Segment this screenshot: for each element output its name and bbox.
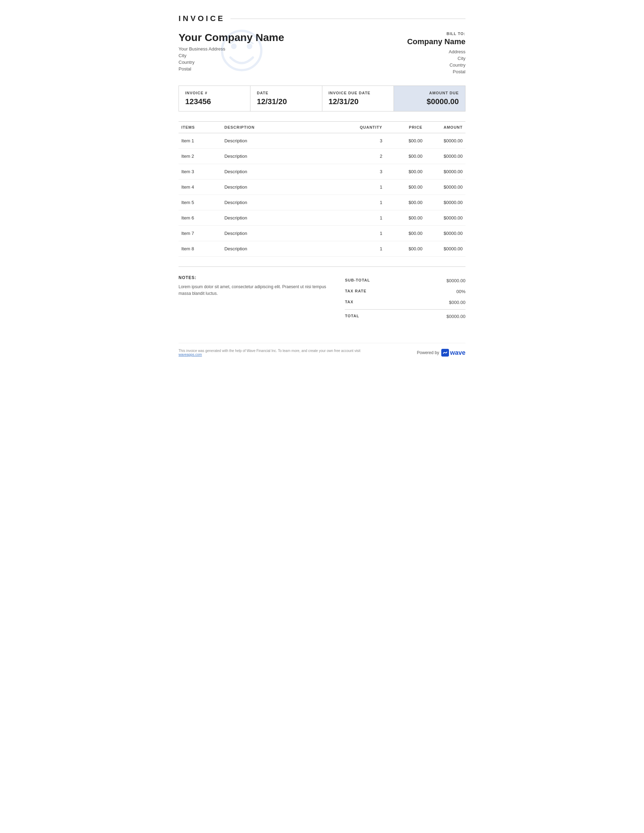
item-amount-5: $0000.00 — [425, 195, 465, 211]
item-desc-8: Description — [222, 241, 351, 257]
notes-text: Lorem ipsum dolor sit amet, consectetur … — [179, 284, 328, 297]
items-table: ITEMS DESCRIPTION QUANTITY PRICE AMOUNT … — [179, 121, 465, 257]
item-desc-7: Description — [222, 226, 351, 241]
item-name-1: Item 1 — [179, 133, 222, 149]
footer-section: NOTES: Lorem ipsum dolor sit amet, conse… — [179, 267, 465, 322]
bill-to-label: BILL TO: — [407, 32, 465, 36]
item-price-3: $00.00 — [385, 164, 425, 180]
col-header-quantity: QUANTITY — [351, 122, 385, 133]
item-price-4: $00.00 — [385, 180, 425, 195]
meta-invoice-number: INVOICE # 123456 — [179, 86, 250, 111]
meta-due-date: INVOICE DUE DATE 12/31/20 — [322, 86, 394, 111]
tax-rate-row: TAX RATE 00% — [345, 286, 465, 297]
company-block: Your Company Name Your Business Address … — [179, 32, 465, 76]
item-amount-2: $0000.00 — [425, 149, 465, 164]
col-header-amount: AMOUNT — [425, 122, 465, 133]
company-info: Your Company Name Your Business Address … — [179, 32, 284, 76]
item-desc-2: Description — [222, 149, 351, 164]
subtotal-label: SUB-TOTAL — [345, 278, 370, 283]
wave-icon — [441, 349, 449, 357]
totals-block: SUB-TOTAL $0000.00 TAX RATE 00% TAX $000… — [345, 275, 465, 322]
item-name-3: Item 3 — [179, 164, 222, 180]
item-name-7: Item 7 — [179, 226, 222, 241]
invoice-header: INVOICE — [179, 14, 465, 23]
invoice-meta: INVOICE # 123456 DATE 12/31/20 INVOICE D… — [179, 85, 465, 111]
table-row: Item 3 Description 3 $00.00 $0000.00 — [179, 164, 465, 180]
bill-postal: Postal — [407, 69, 465, 74]
tax-label: TAX — [345, 300, 353, 305]
subtotal-row: SUB-TOTAL $0000.00 — [345, 275, 465, 286]
item-name-6: Item 6 — [179, 211, 222, 226]
item-desc-4: Description — [222, 180, 351, 195]
tax-value: $000.00 — [449, 300, 465, 305]
bill-company-name: Company Name — [407, 37, 465, 46]
amount-due-label: AMOUNT DUE — [400, 91, 459, 95]
item-price-6: $00.00 — [385, 211, 425, 226]
total-row: TOTAL $0000.00 — [345, 311, 465, 322]
wave-logo: wave — [441, 349, 465, 357]
invoice-number-label: INVOICE # — [185, 91, 244, 95]
item-qty-4: 1 — [351, 180, 385, 195]
date-label: DATE — [257, 91, 316, 95]
page-footer: This invoice was generated with the help… — [179, 343, 465, 357]
subtotal-value: $0000.00 — [446, 278, 465, 283]
item-amount-7: $0000.00 — [425, 226, 465, 241]
amount-due-value: $0000.00 — [400, 97, 459, 106]
wave-text: wave — [450, 349, 465, 357]
table-row: Item 1 Description 3 $00.00 $0000.00 — [179, 133, 465, 149]
item-qty-2: 2 — [351, 149, 385, 164]
footer-legal: This invoice was generated with the help… — [179, 349, 365, 357]
svg-point-2 — [246, 43, 252, 49]
item-price-5: $00.00 — [385, 195, 425, 211]
item-qty-6: 1 — [351, 211, 385, 226]
col-header-price: PRICE — [385, 122, 425, 133]
footer-legal-text: This invoice was generated with the help… — [179, 349, 361, 353]
table-row: Item 7 Description 1 $00.00 $0000.00 — [179, 226, 465, 241]
item-desc-5: Description — [222, 195, 351, 211]
bill-country: Country — [407, 63, 465, 68]
footer-powered: Powered by wave — [417, 349, 465, 357]
notes-block: NOTES: Lorem ipsum dolor sit amet, conse… — [179, 275, 328, 322]
bill-city: City — [407, 56, 465, 61]
item-price-7: $00.00 — [385, 226, 425, 241]
title-divider — [230, 19, 465, 19]
total-label: TOTAL — [345, 314, 359, 319]
due-date-label: INVOICE DUE DATE — [328, 91, 387, 95]
col-header-items: ITEMS — [179, 122, 222, 133]
item-amount-3: $0000.00 — [425, 164, 465, 180]
bill-to-block: BILL TO: Company Name Address City Count… — [407, 32, 465, 76]
table-row: Item 2 Description 2 $00.00 $0000.00 — [179, 149, 465, 164]
footer-legal-link[interactable]: waveapps.com — [179, 353, 202, 357]
due-date-value: 12/31/20 — [328, 97, 387, 106]
item-amount-8: $0000.00 — [425, 241, 465, 257]
totals-divider — [345, 309, 465, 310]
bill-address: Address — [407, 49, 465, 54]
notes-label: NOTES: — [179, 275, 328, 280]
item-amount-4: $0000.00 — [425, 180, 465, 195]
invoice-number-value: 123456 — [185, 97, 244, 106]
item-price-8: $00.00 — [385, 241, 425, 257]
tax-rate-label: TAX RATE — [345, 289, 366, 294]
item-name-5: Item 5 — [179, 195, 222, 211]
table-row: Item 6 Description 1 $00.00 $0000.00 — [179, 211, 465, 226]
item-qty-1: 3 — [351, 133, 385, 149]
table-row: Item 4 Description 1 $00.00 $0000.00 — [179, 180, 465, 195]
svg-point-1 — [231, 43, 237, 49]
col-header-description: DESCRIPTION — [222, 122, 351, 133]
item-amount-6: $0000.00 — [425, 211, 465, 226]
meta-date: DATE 12/31/20 — [250, 86, 322, 111]
table-row: Item 8 Description 1 $00.00 $0000.00 — [179, 241, 465, 257]
item-qty-5: 1 — [351, 195, 385, 211]
invoice-title: INVOICE — [179, 14, 225, 23]
date-value: 12/31/20 — [257, 97, 316, 106]
total-value: $0000.00 — [446, 314, 465, 319]
item-qty-7: 1 — [351, 226, 385, 241]
item-price-2: $00.00 — [385, 149, 425, 164]
item-amount-1: $0000.00 — [425, 133, 465, 149]
item-qty-3: 3 — [351, 164, 385, 180]
item-name-2: Item 2 — [179, 149, 222, 164]
watermark-logo — [214, 28, 270, 84]
item-desc-1: Description — [222, 133, 351, 149]
table-header-row: ITEMS DESCRIPTION QUANTITY PRICE AMOUNT — [179, 122, 465, 133]
tax-rate-value: 00% — [456, 289, 465, 294]
